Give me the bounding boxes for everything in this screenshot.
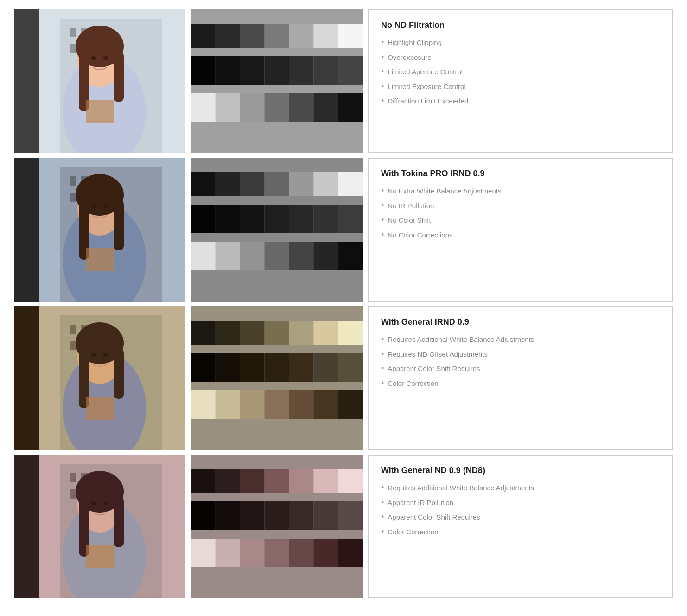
svg-rect-41	[70, 176, 76, 186]
svg-rect-36	[289, 93, 313, 122]
svg-rect-23	[313, 24, 338, 48]
svg-rect-98	[240, 321, 265, 345]
svg-rect-102	[338, 321, 363, 345]
list-item: •Diffraction Limit Exceeded	[381, 96, 660, 106]
info-cell-3: With General IRND 0.9•Requires Additiona…	[368, 306, 673, 450]
svg-rect-63	[338, 172, 363, 196]
svg-rect-148	[338, 501, 363, 530]
svg-rect-140	[313, 469, 338, 493]
list-item: •Requires Additional White Balance Adjus…	[381, 334, 660, 345]
svg-rect-91	[114, 348, 124, 399]
list-item: •No Color Shift	[381, 215, 660, 225]
svg-rect-70	[338, 205, 363, 233]
list-item-text: Apparent Color Shift Requires	[388, 364, 480, 373]
chart-cell-1	[191, 9, 363, 153]
list-item-text: Apparent Color Shift Requires	[388, 512, 480, 522]
info-title-2: With Tokina PRO IRND 0.9	[381, 169, 660, 179]
photo-cell-2	[14, 158, 185, 302]
svg-point-14	[91, 56, 96, 60]
svg-point-132	[103, 501, 108, 505]
list-item: •Limited Aperture Control	[381, 67, 660, 77]
info-cell-4: With General ND 0.9 (ND8)•Requires Addit…	[368, 455, 673, 598]
svg-rect-22	[289, 24, 313, 48]
svg-rect-83	[70, 341, 76, 350]
list-item-text: Limited Aperture Control	[388, 67, 463, 77]
list-item: •Limited Exposure Control	[381, 82, 660, 92]
list-item: •No IR Pollution	[381, 201, 660, 211]
svg-rect-150	[216, 539, 240, 567]
svg-rect-33	[216, 93, 240, 122]
svg-rect-24	[338, 24, 363, 48]
bullet-icon: •	[381, 334, 384, 345]
svg-rect-69	[313, 205, 338, 233]
photo-cell-1	[14, 9, 185, 153]
svg-rect-30	[313, 56, 338, 85]
svg-rect-18	[191, 24, 216, 48]
svg-rect-107	[289, 353, 313, 382]
svg-rect-106	[265, 353, 289, 382]
list-item-text: Limited Exposure Control	[388, 82, 465, 91]
svg-rect-57	[191, 172, 216, 196]
bullet-icon: •	[381, 483, 384, 493]
info-cell-2: With Tokina PRO IRND 0.9•No Extra White …	[368, 158, 673, 302]
bullet-icon: •	[381, 52, 384, 63]
comparison-row-2: With Tokina PRO IRND 0.9•No Extra White …	[14, 158, 673, 302]
svg-point-53	[91, 205, 96, 208]
svg-rect-8	[14, 9, 39, 153]
photo-cell-4	[14, 455, 185, 598]
list-item: •No Extra White Balance Adjustments	[381, 186, 660, 196]
svg-rect-2	[70, 28, 76, 37]
photo-cell-3	[14, 306, 185, 450]
bullet-icon: •	[381, 349, 384, 359]
bullet-icon: •	[381, 67, 384, 77]
list-item: •No Color Corrections	[381, 230, 660, 240]
svg-rect-109	[338, 353, 363, 382]
svg-rect-133	[86, 545, 114, 568]
bullet-icon: •	[381, 230, 384, 240]
svg-rect-77	[338, 242, 363, 270]
svg-rect-108	[313, 353, 338, 382]
main-container: No ND Filtration•Highlight Clipping•Over…	[0, 0, 687, 608]
svg-rect-55	[86, 248, 114, 271]
list-item-text: Requires ND Offset Adjustments	[388, 349, 488, 359]
svg-rect-110	[191, 390, 216, 419]
svg-rect-154	[313, 539, 338, 567]
bullet-icon: •	[381, 82, 384, 92]
svg-rect-19	[216, 24, 240, 48]
svg-rect-151	[240, 539, 265, 567]
svg-rect-38	[338, 93, 363, 122]
svg-rect-35	[265, 93, 289, 122]
svg-rect-21	[265, 24, 289, 48]
bullet-icon: •	[381, 498, 384, 508]
list-item-text: No Extra White Balance Adjustments	[388, 186, 501, 196]
bullet-icon: •	[381, 512, 384, 522]
svg-rect-99	[265, 321, 289, 345]
list-item-text: Requires Additional White Balance Adjust…	[388, 334, 534, 344]
list-item: •Apparent Color Shift Requires	[381, 364, 660, 374]
info-list-3: •Requires Additional White Balance Adjus…	[381, 334, 660, 393]
list-item: •Requires Additional White Balance Adjus…	[381, 483, 660, 493]
list-item-text: Color Correction	[388, 527, 438, 537]
svg-rect-100	[289, 321, 313, 345]
svg-point-92	[91, 353, 96, 357]
info-list-1: •Highlight Clipping•Overexposure•Limited…	[381, 38, 660, 111]
svg-rect-142	[191, 501, 216, 530]
svg-rect-147	[313, 501, 338, 530]
svg-rect-122	[70, 489, 76, 499]
bullet-icon: •	[381, 201, 384, 211]
list-item-text: Overexposure	[388, 52, 431, 62]
svg-rect-62	[313, 172, 338, 196]
svg-rect-16	[86, 100, 114, 123]
svg-rect-73	[240, 242, 265, 270]
svg-rect-44	[70, 192, 76, 202]
svg-rect-31	[338, 56, 363, 85]
svg-rect-114	[289, 390, 313, 419]
svg-rect-80	[70, 325, 76, 334]
list-item: •Apparent IR Pollution	[381, 498, 660, 508]
svg-rect-146	[289, 501, 313, 530]
list-item: •Color Correction	[381, 379, 660, 389]
svg-rect-76	[313, 242, 338, 270]
svg-rect-105	[240, 353, 265, 382]
svg-rect-71	[191, 242, 216, 270]
svg-point-93	[103, 353, 108, 357]
